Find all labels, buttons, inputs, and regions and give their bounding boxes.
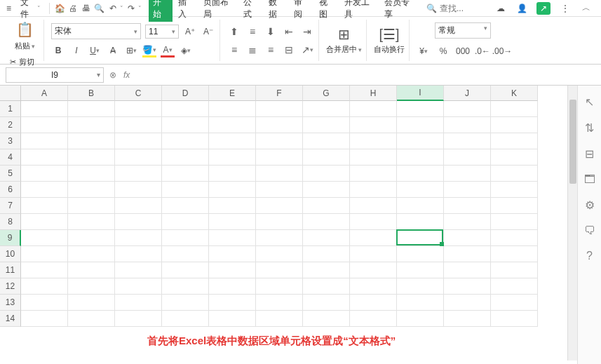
column-header[interactable]: G <box>303 86 350 101</box>
cell[interactable] <box>68 198 115 214</box>
cell[interactable] <box>303 101 350 117</box>
indent-left-button[interactable]: ⇤ <box>282 25 296 39</box>
cell[interactable] <box>256 149 303 166</box>
bold-button[interactable]: B <box>51 43 65 58</box>
tab-start[interactable]: 开始 <box>149 0 173 22</box>
cell[interactable] <box>256 246 303 262</box>
cell[interactable] <box>303 214 350 230</box>
cell[interactable] <box>444 182 491 198</box>
cell[interactable] <box>397 166 444 182</box>
cancel-fx-icon[interactable]: ⊗ <box>109 70 116 80</box>
help-tool-icon[interactable]: ? <box>586 250 593 262</box>
tab-formula[interactable]: 公式 <box>239 0 263 22</box>
preview-icon[interactable]: 🔍 <box>93 2 105 15</box>
row-header[interactable]: 5 <box>0 166 21 182</box>
cell[interactable] <box>350 311 397 327</box>
align-top-button[interactable]: ⬆ <box>227 25 241 39</box>
cell[interactable] <box>397 101 444 117</box>
cell[interactable] <box>209 262 256 278</box>
cell[interactable] <box>115 246 162 262</box>
cell[interactable] <box>162 311 209 327</box>
column-header[interactable]: F <box>256 86 303 101</box>
cell[interactable] <box>115 182 162 198</box>
merge-center-button[interactable]: ⊞ 合并居中▾ <box>326 26 362 55</box>
select-tool-icon[interactable]: ↖ <box>585 95 594 109</box>
share-icon[interactable]: ↗ <box>536 2 551 15</box>
cell[interactable] <box>491 149 538 166</box>
print-icon[interactable]: 🖶 <box>81 2 93 15</box>
increase-font-button[interactable]: A⁺ <box>183 25 197 39</box>
cell[interactable] <box>115 133 162 149</box>
column-header[interactable]: E <box>209 86 256 101</box>
cell[interactable] <box>115 214 162 230</box>
pivot-tool-icon[interactable]: 🗔 <box>584 173 595 186</box>
cell[interactable] <box>303 246 350 262</box>
cell[interactable] <box>303 133 350 149</box>
font-size-select[interactable]: 11▾ <box>145 25 179 39</box>
cell[interactable] <box>162 230 209 246</box>
align-middle-button[interactable]: ≡ <box>245 25 259 39</box>
row-header[interactable]: 14 <box>0 311 21 327</box>
cell[interactable] <box>68 262 115 278</box>
cell[interactable] <box>68 230 115 246</box>
fx-icon[interactable]: fx <box>123 70 130 80</box>
home-icon[interactable]: 🏠 <box>54 2 66 15</box>
cell[interactable] <box>256 198 303 214</box>
cell[interactable] <box>209 311 256 327</box>
row-header[interactable]: 1 <box>0 101 21 117</box>
cell[interactable] <box>68 278 115 295</box>
tab-dev[interactable]: 开发工具 <box>340 0 379 22</box>
cell[interactable] <box>68 246 115 262</box>
save-icon[interactable]: 🖨 <box>67 2 79 15</box>
cell[interactable] <box>115 230 162 246</box>
cell[interactable] <box>444 214 491 230</box>
cell[interactable] <box>303 278 350 295</box>
cell[interactable] <box>209 295 256 311</box>
paste-button[interactable]: 📋 粘贴▾ <box>10 20 39 51</box>
column-header[interactable]: D <box>162 86 209 101</box>
cell[interactable] <box>68 311 115 327</box>
settings-tool-icon[interactable]: ⚙ <box>585 198 595 212</box>
cell[interactable] <box>209 246 256 262</box>
cell[interactable] <box>21 214 68 230</box>
cell[interactable] <box>444 117 491 133</box>
cell[interactable] <box>491 182 538 198</box>
cell[interactable] <box>162 295 209 311</box>
cloud-icon[interactable]: ☁ <box>494 2 507 15</box>
row-header[interactable]: 7 <box>0 198 21 214</box>
row-header[interactable]: 6 <box>0 182 21 198</box>
cell[interactable] <box>397 133 444 149</box>
cell[interactable] <box>256 101 303 117</box>
cell[interactable] <box>115 262 162 278</box>
tab-member[interactable]: 会员专享 <box>380 0 419 22</box>
tab-insert[interactable]: 插入 <box>174 0 198 22</box>
cell[interactable] <box>303 149 350 166</box>
cell[interactable] <box>162 133 209 149</box>
filter-tool-icon[interactable]: ⊟ <box>585 147 594 161</box>
cell[interactable] <box>68 133 115 149</box>
fill-color-button[interactable]: 🪣▾ <box>142 43 156 58</box>
cell[interactable] <box>256 166 303 182</box>
cell[interactable] <box>162 101 209 117</box>
strikethrough-button[interactable]: A̶ <box>106 43 120 58</box>
cell[interactable] <box>350 198 397 214</box>
cell[interactable] <box>162 166 209 182</box>
cell[interactable] <box>256 311 303 327</box>
row-header[interactable]: 8 <box>0 214 21 230</box>
cell[interactable] <box>21 246 68 262</box>
cell[interactable] <box>115 198 162 214</box>
decrease-decimal-button[interactable]: .0← <box>475 44 489 58</box>
cell[interactable] <box>68 182 115 198</box>
cell[interactable] <box>162 246 209 262</box>
cell[interactable] <box>491 198 538 214</box>
sort-tool-icon[interactable]: ⇅ <box>585 121 594 135</box>
phonetic-button[interactable]: ◈▾ <box>179 43 193 58</box>
cell[interactable] <box>162 278 209 295</box>
cell[interactable] <box>303 117 350 133</box>
cell[interactable] <box>115 101 162 117</box>
file-menu[interactable]: 文件˅ <box>16 0 45 20</box>
row-header[interactable]: 11 <box>0 262 21 278</box>
cell[interactable] <box>68 295 115 311</box>
cell[interactable] <box>491 101 538 117</box>
user-icon[interactable]: 👤 <box>515 2 528 15</box>
